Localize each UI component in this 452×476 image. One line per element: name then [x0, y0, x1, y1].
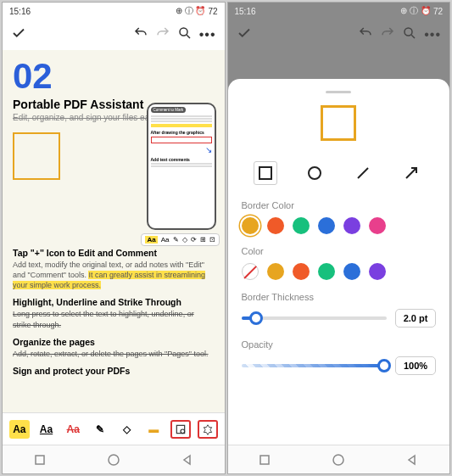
fill-color-label: Color: [242, 246, 437, 256]
status-bar: 15:16 ⊕ ⓘ ⏰ 72: [228, 3, 450, 20]
confirm-icon[interactable]: [11, 25, 26, 44]
color-swatch[interactable]: [293, 217, 310, 234]
section-text: Long press to select the text to highlig…: [13, 309, 215, 329]
color-swatch[interactable]: [293, 263, 310, 280]
section-heading: Sign and protect your PDFs: [13, 366, 215, 376]
section-heading: Highlight, Underline and Strike Through: [13, 297, 215, 307]
shape-circle[interactable]: [303, 161, 326, 185]
top-toolbar: •••: [3, 20, 225, 50]
color-swatch[interactable]: [318, 217, 335, 234]
svg-point-0: [180, 28, 187, 36]
svg-rect-3: [36, 456, 44, 464]
shape-tool[interactable]: [198, 420, 218, 439]
shape-picker: [242, 161, 437, 185]
confirm-icon[interactable]: [237, 25, 252, 44]
undo-icon[interactable]: [133, 25, 148, 44]
shape-annotation[interactable]: [13, 132, 60, 180]
thickness-slider[interactable]: [242, 316, 388, 320]
shape-arrow[interactable]: [399, 161, 423, 185]
section-text: Add, rotate, extract, or delete the page…: [13, 349, 215, 359]
svg-point-9: [333, 455, 343, 465]
shape-preview: [321, 105, 356, 141]
context-toolbar[interactable]: Aa Aa ✎◇⟳⊞⊡: [141, 233, 219, 246]
recent-icon[interactable]: [34, 454, 46, 466]
section-text: Add text, modify the original text, or a…: [13, 260, 215, 290]
svg-point-4: [109, 455, 119, 465]
opacity-value[interactable]: 100%: [395, 356, 436, 375]
color-swatch[interactable]: [343, 263, 360, 280]
home-icon[interactable]: [108, 454, 120, 466]
border-color-label: Border Color: [242, 200, 437, 210]
opacity-label: Opacity: [242, 339, 437, 350]
color-swatch[interactable]: [369, 217, 386, 234]
color-none[interactable]: [242, 263, 259, 280]
svg-point-5: [405, 28, 412, 36]
more-icon[interactable]: •••: [199, 27, 216, 42]
back-icon[interactable]: [406, 454, 418, 466]
color-swatch[interactable]: [343, 217, 360, 234]
shape-square[interactable]: [254, 161, 277, 185]
status-bar: 15:16 ⊕ ⓘ ⏰ 72: [3, 3, 225, 20]
shape-line[interactable]: [351, 161, 375, 185]
document-body[interactable]: 02 Portable PDF Assistant Edit, organize…: [3, 50, 225, 412]
color-swatch[interactable]: [242, 217, 259, 234]
recent-icon[interactable]: [259, 454, 271, 466]
color-swatch[interactable]: [267, 263, 284, 280]
svg-point-7: [309, 167, 321, 179]
strike-tool[interactable]: Aa: [63, 420, 83, 439]
redo-icon[interactable]: [380, 25, 395, 44]
color-swatch[interactable]: [267, 217, 284, 234]
highlight-tool[interactable]: Aa: [9, 420, 30, 439]
svg-point-2: [181, 429, 185, 434]
color-swatch[interactable]: [369, 263, 386, 280]
system-nav: [228, 445, 450, 473]
sheet-handle[interactable]: [326, 91, 351, 93]
stamp-tool[interactable]: [170, 420, 191, 439]
underline-tool[interactable]: Aa: [36, 420, 57, 439]
search-icon[interactable]: [177, 25, 193, 44]
shape-properties-sheet: Border Color Color Border Thickness 2.0 …: [228, 79, 450, 445]
back-icon[interactable]: [181, 454, 193, 466]
color-swatch[interactable]: [318, 263, 335, 280]
page-number: 02: [13, 59, 215, 94]
thickness-label: Border Thickness: [242, 292, 437, 302]
border-color-row: [242, 217, 437, 234]
more-icon[interactable]: •••: [424, 27, 441, 42]
section-heading: Tap "+" Icon to Edit and Comment: [13, 248, 215, 258]
svg-rect-8: [260, 456, 269, 464]
redo-icon[interactable]: [155, 25, 170, 44]
svg-rect-6: [259, 167, 271, 179]
note-tool[interactable]: ▬: [143, 420, 164, 439]
top-toolbar: •••: [228, 20, 450, 50]
eraser-tool[interactable]: ◇: [117, 420, 137, 439]
fill-color-row: [242, 263, 437, 280]
search-icon[interactable]: [402, 25, 417, 44]
bottom-tools: Aa Aa Aa ✎ ◇ ▬: [3, 412, 225, 445]
undo-icon[interactable]: [358, 25, 373, 44]
opacity-slider[interactable]: [242, 364, 388, 367]
system-nav: [3, 445, 225, 473]
home-icon[interactable]: [332, 454, 344, 466]
section-heading: Organize the pages: [13, 337, 215, 347]
phone-mockup: Comment to Mark After drawing the graphi…: [147, 103, 216, 230]
pencil-tool[interactable]: ✎: [90, 420, 110, 439]
thickness-value[interactable]: 2.0 pt: [395, 309, 436, 328]
